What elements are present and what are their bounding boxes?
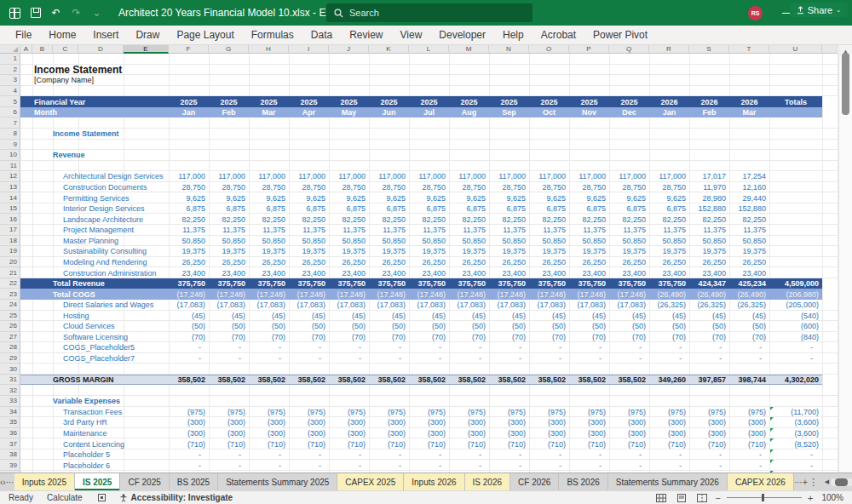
cell-label-master-planning[interactable]: Master Planning <box>63 236 118 247</box>
cell-value[interactable]: (70) <box>489 332 529 343</box>
cell-value[interactable]: - <box>249 353 289 364</box>
cell-value[interactable]: 358,502 <box>329 375 369 386</box>
cell-value[interactable]: 28,750 <box>449 182 489 193</box>
cell-value[interactable]: (300) <box>649 428 689 439</box>
cell-value[interactable]: Sep <box>489 107 529 118</box>
cell-value[interactable]: 26,250 <box>289 257 329 268</box>
cell-value[interactable]: 358,502 <box>209 375 249 386</box>
row-header-30[interactable]: 30 <box>0 364 20 375</box>
cell-value[interactable]: 6,875 <box>529 203 569 215</box>
cell-value[interactable]: 26,250 <box>689 257 729 268</box>
cell-value[interactable]: 358,502 <box>489 375 529 386</box>
cell-value[interactable]: (300) <box>649 417 689 428</box>
ribbon-tab-acrobat[interactable]: Acrobat <box>532 26 584 44</box>
cell-value[interactable]: 26,250 <box>529 257 569 268</box>
cell-value[interactable]: (45) <box>569 311 609 322</box>
cell-label--company-name-[interactable]: [Company Name] <box>34 75 94 86</box>
zoom-slider-thumb[interactable] <box>762 494 764 501</box>
cell-value[interactable]: - <box>729 460 769 471</box>
cell-value[interactable]: - <box>489 450 529 461</box>
cell-value[interactable]: - <box>289 460 329 471</box>
sheet-tab-inputs-2026[interactable]: Inputs 2026 <box>404 473 464 490</box>
cell-value[interactable]: (975) <box>729 407 769 418</box>
cell-value[interactable]: (70) <box>169 332 209 343</box>
ribbon-tab-data[interactable]: Data <box>302 26 341 44</box>
cell-value[interactable]: (710) <box>329 438 369 450</box>
cell-value[interactable]: - <box>249 460 289 471</box>
cell-value[interactable]: 19,375 <box>569 246 609 257</box>
cell-value[interactable]: 50,850 <box>529 236 569 247</box>
cell-value[interactable]: (17,083) <box>609 300 649 311</box>
cell-value[interactable]: 6,875 <box>449 203 489 215</box>
cell-value[interactable]: 28,750 <box>369 182 409 193</box>
cell-value[interactable]: (17,248) <box>249 289 289 300</box>
cell-value[interactable]: (17,248) <box>329 289 369 300</box>
cell-value[interactable]: 375,750 <box>649 278 689 289</box>
cell-value[interactable]: - <box>209 450 249 461</box>
cell-value[interactable]: 50,850 <box>489 236 529 247</box>
sheet-tab-is-2025[interactable]: IS 2025 <box>75 473 120 490</box>
row-header-39[interactable]: 39 <box>0 460 20 471</box>
cell-value[interactable]: 28,750 <box>329 182 369 193</box>
cell-label-variable-expenses[interactable]: Variable Expenses <box>53 396 120 407</box>
cell-value[interactable]: 11,375 <box>369 225 409 236</box>
cell-value[interactable]: 82,250 <box>649 214 689 225</box>
cell-value[interactable]: 9,625 <box>529 192 569 203</box>
column-header-n[interactable]: N <box>489 45 529 54</box>
row-header-26[interactable]: 26 <box>0 321 20 332</box>
cell-value[interactable]: 19,375 <box>409 246 449 257</box>
cell-value[interactable]: 358,502 <box>569 375 609 386</box>
cell-value[interactable]: (975) <box>609 407 649 418</box>
cell-value[interactable]: (300) <box>729 428 769 439</box>
cell-value[interactable]: 23,400 <box>689 267 729 278</box>
cell-value[interactable]: 152,880 <box>689 203 729 215</box>
cell-value[interactable]: - <box>569 450 609 461</box>
undo-icon[interactable]: ↶ <box>49 7 62 20</box>
cell-value[interactable]: - <box>609 460 649 471</box>
vertical-scrollbar[interactable]: ▲ ▼ <box>838 45 852 484</box>
tab-splitter-handle[interactable]: ⋮ <box>808 477 820 488</box>
search-input[interactable]: Search <box>326 3 532 22</box>
row-header-28[interactable]: 28 <box>0 342 20 353</box>
horizontal-scroll-track[interactable] <box>831 478 852 486</box>
cell-label-placeholder-6[interactable]: Placeholder 6 <box>63 460 110 471</box>
cell-value[interactable]: 117,000 <box>489 171 529 182</box>
cell-value[interactable]: 117,000 <box>449 171 489 182</box>
cell-value[interactable]: 375,750 <box>449 278 489 289</box>
row-header-25[interactable]: 25 <box>0 311 20 322</box>
column-header-m[interactable]: M <box>449 45 489 54</box>
cell-value[interactable]: (300) <box>529 417 569 428</box>
cell-value[interactable]: - <box>689 353 729 364</box>
cell-value[interactable]: (300) <box>569 428 609 439</box>
column-header-i[interactable]: I <box>289 45 329 54</box>
cell-value[interactable]: - <box>569 353 609 364</box>
cell-value[interactable]: 6,875 <box>329 203 369 215</box>
cell-value[interactable]: - <box>729 342 769 353</box>
row-header-31[interactable]: 31 <box>0 375 20 386</box>
cell-value[interactable]: 2026 <box>689 96 729 107</box>
cell-value[interactable]: 2025 <box>289 96 329 107</box>
cell-value[interactable]: Mar <box>729 107 769 118</box>
cell-total-value[interactable]: (11,700) <box>769 407 822 418</box>
vertical-scroll-thumb[interactable] <box>842 53 849 115</box>
cell-value[interactable]: 117,000 <box>289 171 329 182</box>
cell-value[interactable]: 50,850 <box>369 236 409 247</box>
cell-value[interactable]: Aug <box>449 107 489 118</box>
cell-value[interactable]: 19,375 <box>529 246 569 257</box>
cell-value[interactable]: (45) <box>529 311 569 322</box>
cell-value[interactable]: 82,250 <box>409 214 449 225</box>
cell-value[interactable]: 117,000 <box>169 171 209 182</box>
cell-value[interactable]: Oct <box>529 107 569 118</box>
cell-value[interactable]: 23,400 <box>569 267 609 278</box>
cell-value[interactable]: - <box>409 460 449 471</box>
cell-value[interactable]: (26,325) <box>649 300 689 311</box>
cell-value[interactable]: 26,250 <box>569 257 609 268</box>
cell-value[interactable]: 9,625 <box>409 192 449 203</box>
cell-value[interactable]: (300) <box>289 417 329 428</box>
cell-value[interactable]: (300) <box>169 417 209 428</box>
row-header-13[interactable]: 13 <box>0 182 20 193</box>
row-header-33[interactable]: 33 <box>0 396 20 407</box>
cell-value[interactable]: - <box>689 460 729 471</box>
cell-value[interactable]: (26,490) <box>649 289 689 300</box>
cell-value[interactable]: 28,750 <box>489 182 529 193</box>
